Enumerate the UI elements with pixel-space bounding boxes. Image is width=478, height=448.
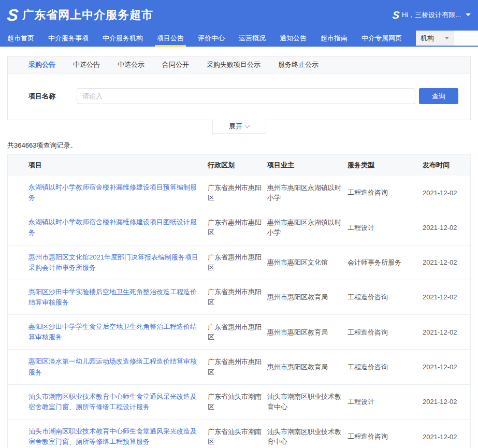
chevron-down-icon — [245, 123, 250, 128]
table-row: 永湖镇以时小学教师宿舍楼补漏维修建设项目预算编制服务 广东省惠州市惠阳区 惠州市… — [8, 176, 470, 210]
type-cell: 工程造价咨询 — [347, 292, 423, 302]
project-link[interactable]: 永湖镇以时小学教师宿舍楼补漏维修建设项目预算编制服务 — [28, 183, 197, 201]
project-name-label: 项目名称 — [28, 92, 65, 101]
top-header: S 广东省网上中介服务超市 S Hi，三桥设计有限... — [0, 0, 478, 30]
site-title: 广东省网上中介服务超市 — [22, 7, 153, 23]
nav-item-service-agencies[interactable]: 中介服务机构 — [103, 30, 143, 47]
region-cell: 广东省汕头市潮南区 — [208, 427, 267, 447]
table-header-row: 项目 行政区划 项目业主 服务类型 发布时间 — [8, 155, 470, 176]
table-row: 惠州市惠阳区文化馆2021年度部门决算报表编制服务项目采购会计师事务所服务 广东… — [8, 245, 470, 280]
owner-cell: 汕头市潮南区职业技术教育中心 — [267, 427, 347, 447]
nav-item-agency-page[interactable]: 中介专属网页 — [361, 30, 402, 47]
owner-cell: 惠州市惠阳区教育局 — [267, 327, 347, 338]
owner-cell: 惠州市惠阳区文化馆 — [267, 257, 347, 268]
date-cell: 2021-12-02 — [423, 224, 470, 232]
table-row: 汕头市潮南区职业技术教育中心师生食堂通风采光改造及宿舍教室门窗、厕所等修缮工程预… — [8, 419, 470, 448]
user-logo-icon: S — [392, 10, 398, 20]
project-link[interactable]: 汕头市潮南区职业技术教育中心师生食堂通风采光改造及宿舍教室门窗、厕所等修缮工程预… — [28, 427, 197, 445]
col-header-date: 发布时间 — [423, 161, 470, 170]
type-cell: 工程造价咨询 — [347, 431, 423, 442]
main-nav: 超市首页 中介服务事项 中介服务机构 项目公告 评价中心 运营概况 通知公告 超… — [0, 30, 478, 47]
results-table: 项目 行政区划 项目业主 服务类型 发布时间 永湖镇以时小学教师宿舍楼补漏维修建… — [7, 154, 471, 448]
col-header-region: 行政区划 — [208, 161, 267, 170]
expand-button[interactable]: 展开 — [212, 120, 266, 134]
chevron-down-icon — [466, 13, 471, 16]
table-row: 惠阳区沙田中学实验楼后空地卫生死角整治改造工程造价结算审核服务 广东省惠州市惠阳… — [8, 280, 470, 314]
date-cell: 2021-12-02 — [423, 293, 470, 301]
date-cell: 2021-12-02 — [423, 398, 470, 406]
user-greeting: Hi，三桥设计有限... — [402, 10, 461, 20]
expand-label: 展开 — [229, 122, 242, 131]
type-cell: 工程造价咨询 — [347, 327, 423, 338]
owner-cell: 惠州市惠阳区教育局 — [267, 362, 347, 372]
col-header-type: 服务类型 — [347, 161, 423, 170]
type-cell: 工程设计 — [347, 223, 423, 233]
results-summary: 共364663项查询记录。 — [7, 141, 478, 150]
date-cell: 2021-12-02 — [423, 328, 470, 336]
table-row: 惠阳区沙田中学学生食堂后空地卫生死角整治工程造价结算审核服务 广东省惠州市惠阳区… — [8, 314, 470, 349]
project-name-input[interactable] — [77, 88, 415, 104]
nav-search: 机构 — [416, 31, 478, 46]
query-button[interactable]: 查询 — [419, 88, 458, 104]
type-cell: 会计师事务所服务 — [347, 257, 423, 268]
project-link[interactable]: 汕头市潮南区职业技术教育中心师生食堂通风采光改造及宿舍教室门窗、厕所等修缮工程设… — [28, 393, 197, 411]
region-cell: 广东省惠州市惠阳区 — [208, 218, 267, 238]
table-row: 永湖镇以时小学教师宿舍楼补漏维修建设项目图纸设计服务 广东省惠州市惠阳区 惠州市… — [8, 210, 470, 244]
expand-wrap: 展开 — [0, 120, 478, 134]
tab-procurement-announcement[interactable]: 采购公告 — [28, 60, 55, 69]
date-cell: 2021-12-02 — [423, 433, 470, 441]
project-link[interactable]: 惠阳区沙田中学学生食堂后空地卫生死角整治工程造价结算审核服务 — [28, 323, 197, 341]
nav-search-input[interactable] — [454, 31, 478, 46]
search-category-label: 机构 — [421, 34, 434, 43]
col-header-owner: 项目业主 — [267, 161, 347, 170]
project-link[interactable]: 惠阳区淡水第一幼儿园运动场改造修缮工程造价结算审核服务 — [28, 357, 197, 375]
region-cell: 广东省惠州市惠阳区 — [208, 322, 267, 342]
date-cell: 2021-12-02 — [423, 363, 470, 371]
nav-items: 超市首页 中介服务事项 中介服务机构 项目公告 评价中心 运营概况 通知公告 超… — [7, 30, 416, 47]
nav-item-operation-overview[interactable]: 运营概况 — [239, 30, 266, 47]
tab-selection-announcement[interactable]: 中选公告 — [73, 60, 100, 69]
nav-item-notices[interactable]: 通知公告 — [280, 30, 307, 47]
project-link[interactable]: 惠州市惠阳区文化馆2021年度部门决算报表编制服务项目采购会计师事务所服务 — [28, 253, 198, 271]
date-cell: 2021-12-02 — [423, 258, 470, 266]
owner-cell: 惠州市惠阳区永湖镇以时小学 — [267, 183, 347, 203]
nav-item-guide[interactable]: 超市指南 — [321, 30, 347, 47]
col-header-project: 项目 — [8, 161, 208, 170]
announcement-panel: 采购公告 中选公告 中选公示 合同公开 采购失败项目公示 服务终止公示 项目名称… — [7, 56, 471, 120]
region-cell: 广东省惠州市惠阳区 — [208, 357, 267, 377]
owner-cell: 惠州市惠阳区永湖镇以时小学 — [267, 218, 347, 238]
site-logo-icon: S — [6, 7, 18, 23]
tab-failed-procurement[interactable]: 采购失败项目公示 — [207, 60, 260, 69]
nav-item-evaluation-center[interactable]: 评价中心 — [198, 30, 225, 47]
announcement-tabs: 采购公告 中选公告 中选公示 合同公开 采购失败项目公示 服务终止公示 — [8, 56, 470, 74]
tab-service-termination[interactable]: 服务终止公示 — [278, 60, 318, 69]
owner-cell: 汕头市潮南区职业技术教育中心 — [267, 392, 347, 412]
type-cell: 工程造价咨询 — [347, 362, 423, 372]
region-cell: 广东省汕头市潮南区 — [208, 392, 267, 412]
region-cell: 广东省惠州市惠阳区 — [208, 183, 267, 203]
type-cell: 工程造价咨询 — [347, 187, 423, 198]
nav-item-project-announcements[interactable]: 项目公告 — [157, 30, 184, 47]
search-category-select[interactable]: 机构 — [416, 31, 454, 46]
nav-item-home[interactable]: 超市首页 — [7, 30, 34, 47]
type-cell: 工程设计 — [347, 397, 423, 407]
region-cell: 广东省惠州市惠阳区 — [208, 287, 267, 307]
project-link[interactable]: 永湖镇以时小学教师宿舍楼补漏维修建设项目图纸设计服务 — [28, 218, 197, 236]
chevron-down-icon — [445, 37, 449, 39]
search-filter: 项目名称 查询 — [8, 74, 470, 120]
date-cell: 2021-12-02 — [423, 189, 470, 197]
table-row: 汕头市潮南区职业技术教育中心师生食堂通风采光改造及宿舍教室门窗、厕所等修缮工程设… — [8, 384, 470, 419]
region-cell: 广东省惠州市惠阳区 — [208, 252, 267, 272]
nav-item-service-matters[interactable]: 中介服务事项 — [48, 30, 89, 47]
user-menu[interactable]: S Hi，三桥设计有限... — [393, 10, 471, 20]
owner-cell: 惠州市惠阳区教育局 — [267, 292, 347, 302]
project-link[interactable]: 惠阳区沙田中学实验楼后空地卫生死角整治改造工程造价结算审核服务 — [28, 288, 197, 306]
tab-selection-publicity[interactable]: 中选公示 — [118, 60, 144, 69]
table-row: 惠阳区淡水第一幼儿园运动场改造修缮工程造价结算审核服务 广东省惠州市惠阳区 惠州… — [8, 349, 470, 384]
tab-contract-disclosure[interactable]: 合同公开 — [162, 60, 189, 69]
